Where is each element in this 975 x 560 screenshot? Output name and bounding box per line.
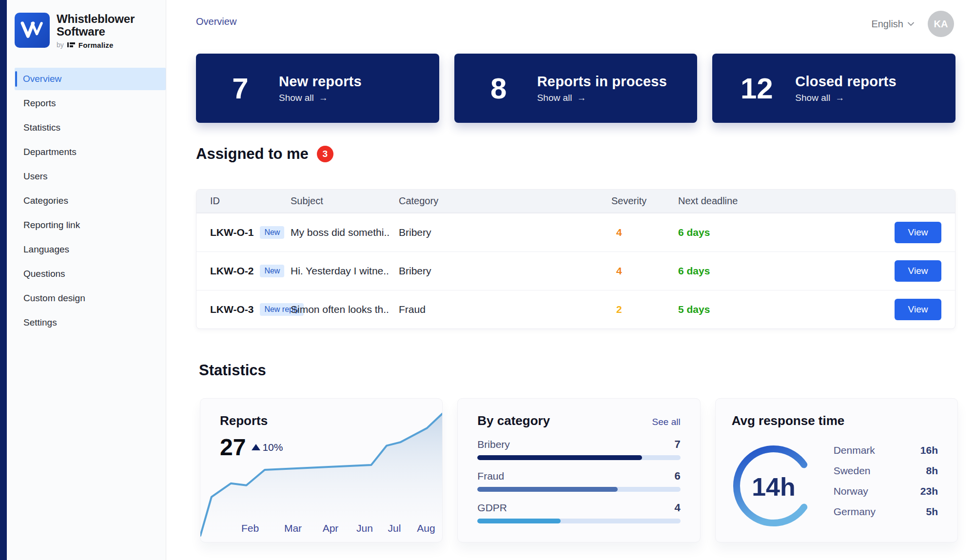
show-all-in-process[interactable]: Show all → [537,93,667,103]
language-selector[interactable]: English [871,19,914,30]
brand-text: WhistleblowerSoftware by Formalize [57,13,135,49]
card-new-reports[interactable]: 7 New reports Show all → [196,54,439,123]
arrow-right-icon: → [319,93,328,103]
table-header-row: ID Subject Category Severity Next deadli… [196,190,955,213]
report-category: Bribery [399,227,611,238]
country-value: 23h [920,485,938,497]
chart-month-axis: Feb Mar Apr Jun Jul Aug [200,522,442,534]
month-label: Jun [356,522,373,534]
category-label: Bribery [477,439,510,450]
category-bar-fill [477,455,642,460]
new-reports-label: New reports [279,74,362,90]
sidebar-item-overview[interactable]: Overview [15,68,166,90]
report-id: LKW-O-1 [210,227,254,238]
report-deadline: 5 days [678,304,824,315]
response-time-gauge: 14h [727,440,820,532]
main-content: Overview English KA 7 New reports Show a… [166,0,975,560]
month-label: Feb [241,522,259,534]
sidebar-item-statistics[interactable]: Statistics [7,116,166,139]
topbar-right: English KA [871,11,954,37]
country-name: Denmark [834,444,875,456]
country-value: 16h [920,444,938,456]
avatar[interactable]: KA [928,11,954,37]
category-item: Bribery 7 [477,438,680,460]
show-all-closed[interactable]: Show all → [795,93,896,103]
sidebar-item-settings[interactable]: Settings [7,311,166,334]
by-category-card: By category See all Bribery 7 Fraud 6 [457,398,700,542]
view-button[interactable]: View [895,260,941,282]
country-row: Denmark 16h [834,444,938,456]
report-severity: 2 [611,304,678,315]
card-closed-reports[interactable]: 12 Closed reports Show all → [712,54,956,123]
gauge-center-value: 14h [752,473,796,501]
month-label: Mar [284,522,302,534]
view-button[interactable]: View [895,299,941,320]
brand-title: WhistleblowerSoftware [57,13,135,39]
chevron-down-icon [908,22,914,26]
breadcrumb[interactable]: Overview [196,16,236,27]
category-bar-track [477,487,680,492]
sidebar-item-custom-design[interactable]: Custom design [7,287,166,309]
category-bar-fill [477,519,561,523]
col-header-deadline: Next deadline [678,195,824,207]
card-reports-in-process[interactable]: 8 Reports in process Show all → [454,54,698,123]
arrow-right-icon: → [577,93,586,103]
avg-response-title: Avg response time [732,413,845,428]
category-value: 4 [674,502,680,514]
country-row: Germany 5h [834,506,938,518]
country-name: Sweden [834,465,871,477]
assigned-section-header: Assigned to me 3 [196,145,333,163]
country-row: Sweden 8h [834,465,938,477]
report-subject: Hi. Yesterday I witne.. [291,265,399,277]
sidebar-item-questions[interactable]: Questions [7,263,166,285]
country-response-list: Denmark 16h Sweden 8h Norway 23h Germany… [834,444,938,518]
closed-label: Closed reports [795,74,896,90]
report-id: LKW-O-2 [210,265,254,277]
in-process-label: Reports in process [537,74,667,90]
category-bar-track [477,519,680,523]
brand: WhistleblowerSoftware by Formalize [7,0,166,54]
brand-byline: by Formalize [57,41,135,49]
reports-card-title: Reports [220,413,268,428]
report-deadline: 6 days [678,227,824,238]
category-value: 6 [674,470,680,483]
brand-logo-icon [15,13,50,48]
trend-up-icon [252,444,260,450]
category-bars: Bribery 7 Fraud 6 GDPR 4 [458,428,700,523]
country-name: Germany [834,506,876,518]
show-all-new-reports[interactable]: Show all → [279,93,362,103]
month-label: Aug [417,522,435,534]
view-button[interactable]: View [895,222,941,243]
sidebar-item-reporting-link[interactable]: Reporting link [7,214,166,236]
col-header-subject: Subject [291,195,399,207]
report-category: Bribery [399,265,611,277]
sidebar-item-categories[interactable]: Categories [7,190,166,212]
summary-cards: 7 New reports Show all → 8 Reports in pr… [196,54,956,123]
sidebar-item-users[interactable]: Users [7,165,166,188]
table-row: LKW-O-1 New My boss did somethi.. Briber… [196,213,955,251]
assigned-count-badge: 3 [317,146,333,162]
statistics-cards: Reports 27 10% Feb Mar Apr Jun Jul Aug B… [200,398,958,542]
reports-delta: 10% [252,442,283,453]
avg-response-card: Avg response time 14h Denmark 16h Swede [715,398,958,542]
assigned-title: Assigned to me [196,145,309,163]
in-process-count: 8 [480,72,518,105]
reports-chart-card: Reports 27 10% Feb Mar Apr Jun Jul Aug [200,398,443,542]
arrow-right-icon: → [835,93,844,103]
country-name: Norway [834,485,868,497]
report-subject: My boss did somethi.. [291,227,399,238]
report-category: Fraud [399,304,611,315]
sidebar: WhistleblowerSoftware by Formalize Overv… [7,0,166,560]
sidebar-item-reports[interactable]: Reports [7,92,166,115]
country-value: 5h [926,506,938,518]
sidebar-item-languages[interactable]: Languages [7,238,166,261]
by-category-title: By category [477,413,550,428]
month-label: Jul [388,522,401,534]
category-item: Fraud 6 [477,470,680,492]
category-value: 7 [674,438,680,451]
see-all-link[interactable]: See all [652,417,681,427]
reports-total: 27 [220,434,246,461]
new-reports-count: 7 [221,72,259,105]
sidebar-item-departments[interactable]: Departments [7,141,166,163]
category-bar-track [477,455,680,460]
